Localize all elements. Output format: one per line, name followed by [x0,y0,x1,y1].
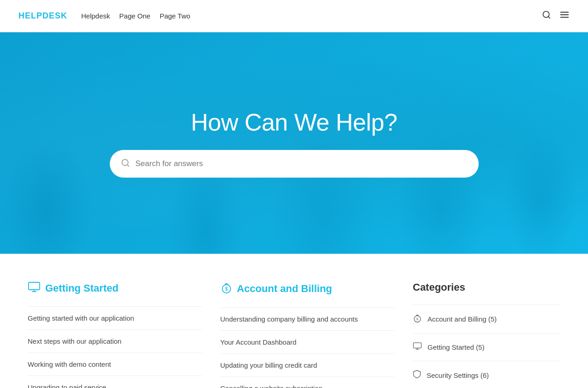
svg-text:$: $ [225,287,228,292]
category-item[interactable]: Security Settings (6) [413,361,560,388]
nav-left: HELPDESK HelpdeskPage OnePage Two [18,11,190,21]
nav-link-page-two[interactable]: Page Two [160,12,190,20]
categories-title: Categories [413,281,560,293]
account-billing-title: $ Account and Billing [220,281,395,296]
article-item[interactable]: Getting started with our application [28,306,202,330]
getting-started-title: Getting Started [28,281,202,295]
search-input[interactable] [136,159,468,168]
getting-started-icon [28,281,41,295]
categories-section: Categories $Account and Billing (5)Getti… [413,281,560,388]
category-icon: $ [413,313,422,325]
article-item[interactable]: Cancelling a website subscription [220,377,395,388]
article-item[interactable]: Updating your billing credit card [220,354,395,377]
navbar: HELPDESK HelpdeskPage OnePage Two [0,0,588,32]
article-item[interactable]: Upgrading to paid service [28,376,202,388]
main-content: Getting Started Getting started with our… [0,254,588,388]
article-item[interactable]: Working with demo content [28,353,202,376]
brand-logo[interactable]: HELPDESK [18,11,67,21]
hero-title: How Can We Help? [191,108,398,136]
nav-links: HelpdeskPage OnePage Two [81,12,190,20]
nav-link-page-one[interactable]: Page One [119,12,151,20]
nav-right [542,10,570,22]
getting-started-section: Getting Started Getting started with our… [28,281,202,388]
nav-link-helpdesk[interactable]: Helpdesk [81,12,110,20]
category-icon [413,370,421,381]
category-item[interactable]: $Account and Billing (5) [413,304,560,334]
category-list: $Account and Billing (5)Getting Started … [413,304,560,388]
svg-rect-14 [413,343,421,348]
svg-text:$: $ [416,317,419,321]
svg-line-6 [127,164,129,166]
category-label: Security Settings (6) [427,371,489,379]
category-label: Getting Started (5) [428,343,484,351]
account-billing-list: Understanding company billing and accoun… [220,307,395,388]
category-item[interactable]: Getting Started (5) [413,334,560,361]
svg-line-1 [548,17,550,18]
search-icon [121,158,130,170]
search-icon[interactable] [542,10,551,22]
category-label: Account and Billing (5) [428,315,497,323]
article-item[interactable]: Your Account Dashboard [220,331,395,354]
hero-section: How Can We Help? [0,32,588,254]
article-item[interactable]: Understanding company billing and accoun… [220,307,395,331]
getting-started-list: Getting started with our applicationNext… [28,306,202,388]
search-bar [110,150,479,178]
account-billing-section: $ Account and Billing Understanding comp… [220,281,395,388]
menu-icon[interactable] [559,10,570,22]
billing-icon: $ [220,281,232,296]
category-icon [413,342,422,352]
hero-content: How Can We Help? [0,108,588,178]
article-item[interactable]: Next steps with our application [28,330,202,353]
svg-rect-7 [29,282,40,290]
